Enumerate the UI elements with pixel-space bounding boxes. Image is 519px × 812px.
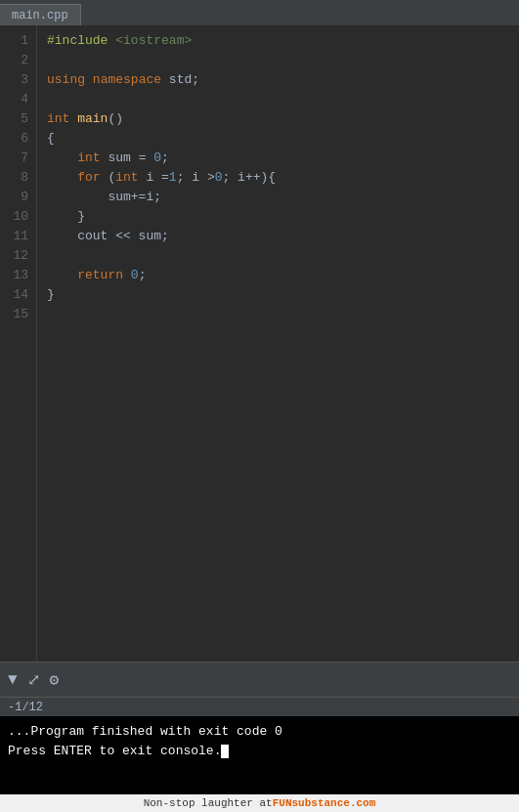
code-line: return 0;	[47, 266, 509, 285]
expand-icon[interactable]: ⤢	[27, 670, 40, 690]
toolbar: ▼ ⤢ ⚙	[0, 662, 519, 697]
watermark-brand: FUNsubstance.com	[273, 797, 376, 809]
status-text: -1/12	[8, 701, 43, 714]
line-number: 6	[8, 129, 28, 149]
code-line	[47, 90, 509, 109]
code-line: int sum = 0;	[47, 149, 509, 168]
code-line: sum+=i;	[47, 188, 509, 207]
line-number: 10	[8, 207, 28, 227]
tab-label: main.cpp	[12, 9, 68, 22]
console-press-text: Press ENTER to exit console.	[8, 744, 221, 758]
line-number: 11	[8, 227, 28, 246]
code-line: int main()	[47, 109, 509, 129]
console-line-2: Press ENTER to exit console.	[8, 742, 511, 761]
code-content[interactable]: #include <iostream> using namespace std;…	[37, 25, 519, 662]
line-number: 15	[8, 305, 28, 324]
line-number: 14	[8, 285, 28, 305]
code-line: }	[47, 207, 509, 227]
line-number: 3	[8, 70, 28, 90]
line-number: 7	[8, 149, 28, 168]
tab-bar: main.cpp	[0, 0, 519, 25]
code-line: for (int i =1; i >0; i++){	[47, 168, 509, 188]
code-line: {	[47, 129, 509, 149]
code-line	[47, 305, 509, 324]
code-line	[47, 246, 509, 266]
line-number: 12	[8, 246, 28, 266]
expand-down-icon[interactable]: ▼	[8, 671, 18, 689]
code-line: #include <iostream>	[47, 31, 509, 51]
line-number: 1	[8, 31, 28, 51]
line-number: 4	[8, 90, 28, 109]
console-output: ...Program finished with exit code 0 Pre…	[0, 716, 519, 794]
status-bar: -1/12	[0, 697, 519, 716]
code-line: using namespace std;	[47, 70, 509, 90]
line-number: 2	[8, 51, 28, 70]
settings-icon[interactable]: ⚙	[50, 670, 60, 690]
line-numbers: 123456789101112131415	[0, 25, 37, 662]
line-number: 5	[8, 109, 28, 129]
console-line-1: ...Program finished with exit code 0	[8, 722, 511, 742]
code-line: cout << sum;	[47, 227, 509, 246]
watermark: Non-stop laughter at FUNsubstance.com	[0, 794, 519, 812]
code-line	[47, 51, 509, 70]
tab-main-cpp[interactable]: main.cpp	[0, 4, 81, 25]
line-number: 9	[8, 188, 28, 207]
console-cursor	[221, 745, 229, 758]
line-number: 8	[8, 168, 28, 188]
line-number: 13	[8, 266, 28, 285]
code-editor: 123456789101112131415 #include <iostream…	[0, 25, 519, 662]
watermark-text: Non-stop laughter at	[144, 797, 273, 809]
code-line: }	[47, 285, 509, 305]
